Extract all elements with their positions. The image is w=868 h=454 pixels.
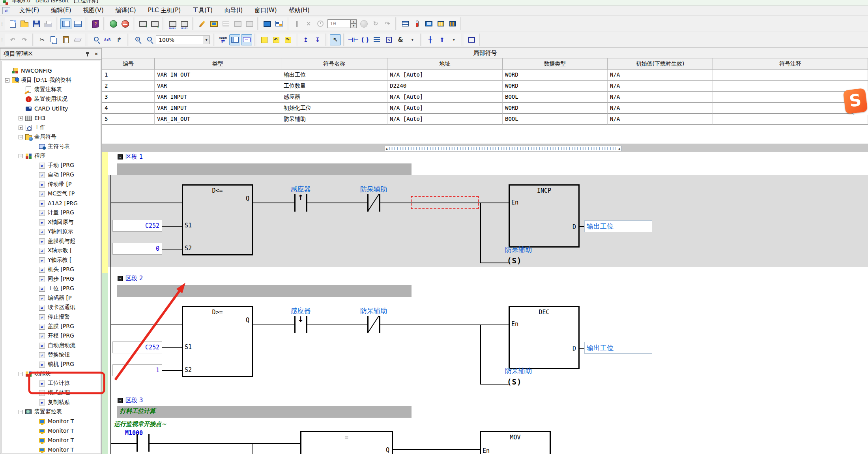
tree-item-同步-PRG[interactable]: −⇄同步 [PRG bbox=[2, 274, 100, 284]
tree-item-功能块[interactable]: −功能块 bbox=[2, 369, 100, 379]
section-3-comment-bar[interactable]: 打料工位计算 bbox=[117, 406, 412, 418]
tree-item-Monitor-T[interactable]: −Monitor T bbox=[2, 416, 100, 426]
network-frame-tool-button[interactable] bbox=[466, 34, 477, 45]
usage-table-blue-button[interactable] bbox=[447, 18, 458, 29]
symbol-cell[interactable]: N/A bbox=[608, 103, 713, 114]
operand-s1[interactable]: C252 bbox=[112, 341, 162, 353]
tree-item-Monitor-T[interactable]: −Monitor T bbox=[2, 445, 100, 453]
skip-count-spin[interactable]: 10▲▼ bbox=[327, 19, 357, 28]
tree-item-Monitor-T[interactable]: −Monitor T bbox=[2, 435, 100, 445]
tree-item-盖膜-PRG[interactable]: −⇄盖膜 [PRG bbox=[2, 322, 100, 331]
tree-item-计量-PRG[interactable]: −⇄计量 [PRG bbox=[2, 208, 100, 218]
tree-item-X轴回原与[interactable]: −⇄X轴回原与 bbox=[2, 218, 100, 227]
tree-item-工位计算[interactable]: −⇄工位计算 bbox=[2, 379, 100, 388]
vertical-line-tool-button[interactable]: ╂ bbox=[425, 34, 436, 45]
tree-item-项目-D-1-我的资料[interactable]: −项目 [D:\1-我的资料 bbox=[2, 75, 100, 85]
tree-item-开模-PRG[interactable]: −⇄开模 [PRG bbox=[2, 331, 100, 341]
tree-item-替换按钮[interactable]: −⇄替换按钮 bbox=[2, 350, 100, 360]
insert-row-above-button[interactable]: ↥ bbox=[300, 34, 311, 45]
paste-button[interactable] bbox=[60, 34, 71, 45]
bookmark-prev-button[interactable]: ↶ bbox=[271, 34, 282, 45]
menu-item-5[interactable]: PLC 主机(P) bbox=[142, 6, 187, 15]
expand-icon[interactable]: + bbox=[19, 126, 23, 130]
symbol-cell[interactable]: N/A [Auto] bbox=[387, 92, 503, 103]
zoom-in-button[interactable]: + bbox=[131, 34, 142, 45]
collapse-icon[interactable]: − bbox=[5, 78, 9, 83]
tree-item-模式处理[interactable]: −⇄模式处理 bbox=[2, 388, 100, 398]
menu-item-9[interactable]: 帮助(H) bbox=[283, 6, 316, 15]
tree-item-手动-PRG[interactable]: −⇄手动 [PRG bbox=[2, 161, 100, 170]
compare-block-2[interactable]: D>= Q S1 S2 bbox=[182, 306, 253, 377]
download-to-plc-button[interactable]: ↑ bbox=[137, 18, 148, 29]
tree-item-主符号表[interactable]: −主符号表 bbox=[2, 142, 100, 151]
erase-button[interactable] bbox=[72, 34, 83, 45]
coil-tool-button[interactable]: ( ) bbox=[359, 34, 370, 45]
tool-dropdown-button[interactable]: ▾ bbox=[407, 34, 418, 45]
network-planner-button[interactable] bbox=[273, 18, 284, 29]
collapse-icon[interactable]: − bbox=[19, 135, 23, 139]
symbol-cell[interactable]: 初始化工位 bbox=[281, 103, 387, 114]
online-mode-button[interactable] bbox=[167, 18, 178, 29]
set-coil-2[interactable]: (S) bbox=[507, 377, 522, 386]
tree-item-NWCONFIG[interactable]: −NWCONFIG bbox=[2, 66, 100, 75]
symbol-cell[interactable]: VAR_INPUT bbox=[155, 92, 281, 103]
pin-icon[interactable] bbox=[84, 51, 91, 58]
symbol-cell[interactable]: 2 bbox=[102, 81, 155, 92]
collapse-icon[interactable]: − bbox=[19, 154, 23, 158]
find-replace-button[interactable]: A↕B bbox=[102, 34, 113, 45]
section-3-header[interactable]: - 区段 3 bbox=[118, 397, 143, 404]
menu-item-6[interactable]: 工具(T) bbox=[187, 6, 219, 15]
contact-bar[interactable] bbox=[137, 434, 138, 452]
menu-item-1[interactable]: 文件(F) bbox=[13, 6, 45, 15]
line-up-tool-button[interactable]: ⇑ bbox=[436, 34, 447, 45]
mov-block[interactable]: MOV En bbox=[480, 431, 551, 454]
tree-item-装置注释表[interactable]: −装置注释表 bbox=[2, 85, 100, 94]
collapse-icon[interactable]: - bbox=[118, 154, 123, 159]
logic-and-tool-button[interactable]: & bbox=[395, 34, 406, 45]
user-manual-button[interactable]: ? bbox=[90, 18, 101, 29]
section-1-header[interactable]: - 区段 1 bbox=[118, 153, 143, 161]
section-2-comment-bar[interactable] bbox=[117, 285, 412, 297]
operand-s2[interactable]: 1 bbox=[112, 364, 162, 376]
output-window-toggle-button[interactable] bbox=[72, 18, 83, 29]
device-monitor-table-button[interactable] bbox=[400, 18, 411, 29]
tree-item-X轴示教-[interactable]: −⇄X轴示教 [ bbox=[2, 246, 100, 255]
run-plc-button[interactable] bbox=[108, 18, 119, 29]
bookmark-button[interactable] bbox=[259, 34, 270, 45]
menu-item-3[interactable]: 视图(V) bbox=[77, 6, 110, 15]
symbol-cell[interactable]: VAR bbox=[155, 81, 281, 92]
chevron-down-icon[interactable]: ▼ bbox=[203, 36, 210, 44]
tree-item-Monitor-T[interactable]: −Monitor T bbox=[2, 426, 100, 435]
symbol-cell[interactable]: BOOL bbox=[503, 114, 608, 125]
tree-item-MC空气-P[interactable]: −⇄MC空气 [P bbox=[2, 189, 100, 199]
symbol-cell[interactable]: N/A [Auto] bbox=[387, 114, 503, 125]
symbol-cell[interactable]: VAR_IN_OUT bbox=[155, 114, 281, 125]
upload-from-plc-button[interactable]: ↓ bbox=[149, 18, 160, 29]
copy-button[interactable] bbox=[49, 34, 60, 45]
find-button[interactable] bbox=[90, 34, 101, 45]
tree-item-编码器-P[interactable]: −⇄编码器 [P bbox=[2, 293, 100, 303]
symbol-cell[interactable]: N/A [Auto] bbox=[387, 103, 503, 114]
offline-mode-button[interactable] bbox=[179, 18, 190, 29]
tree-item-读卡器通讯[interactable]: −⇄读卡器通讯 bbox=[2, 303, 100, 312]
set-coil-1[interactable]: (S) bbox=[507, 256, 522, 265]
tree-item-停止报警[interactable]: −⇄停止报警 bbox=[2, 312, 100, 322]
tree-item-装置使用状况[interactable]: −↑装置使用状况 bbox=[2, 94, 100, 104]
select-cursor-button[interactable]: ↖ bbox=[330, 34, 341, 45]
symbol-cell[interactable] bbox=[713, 114, 868, 125]
symbol-cell[interactable]: 4 bbox=[102, 103, 155, 114]
tree-item-自动-PRG[interactable]: −⇄自动 [PRG bbox=[2, 170, 100, 180]
collapse-icon[interactable]: - bbox=[118, 276, 123, 281]
instruction-tool-button[interactable] bbox=[371, 34, 382, 45]
child-window-icon[interactable]: ⇄ bbox=[2, 7, 10, 14]
collapse-icon[interactable]: - bbox=[118, 398, 123, 403]
new-file-button[interactable] bbox=[7, 18, 18, 29]
contact-bar[interactable] bbox=[294, 316, 296, 333]
menu-item-2[interactable]: 编辑(E) bbox=[45, 6, 77, 15]
contrast-tool-button[interactable] bbox=[412, 18, 423, 29]
tree-item-Y轴回原示[interactable]: −⇄Y轴回原示 bbox=[2, 227, 100, 236]
menu-item-7[interactable]: 向导(I) bbox=[219, 6, 249, 15]
zoom-out-button[interactable]: − bbox=[143, 34, 154, 45]
symbol-cell[interactable]: WORD bbox=[503, 69, 608, 81]
symbol-cell[interactable]: VAR_INPUT bbox=[155, 103, 281, 114]
